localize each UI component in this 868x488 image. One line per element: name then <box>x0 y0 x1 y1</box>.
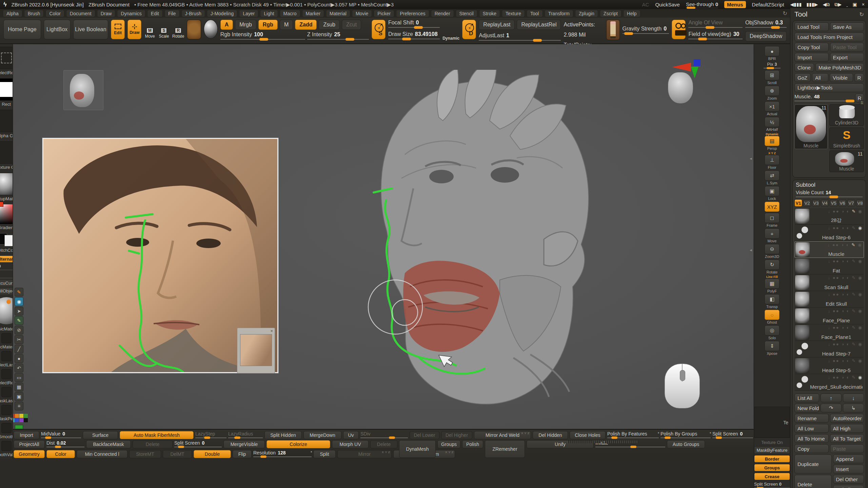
live-boolean-button[interactable]: Live Boolean <box>73 20 108 39</box>
main-color-swatch[interactable] <box>4 235 13 246</box>
paint-mode-rgb[interactable]: Rgb <box>258 20 278 30</box>
draw-mode-button[interactable]: -¦- Draw <box>127 20 141 39</box>
see-through-slider[interactable]: See-through 0 <box>686 1 718 8</box>
list-all-button[interactable]: List All <box>794 393 819 402</box>
polish-by-features-slider[interactable]: Polish By Features <box>607 431 659 439</box>
menu-document[interactable]: Document <box>66 10 95 17</box>
replay-last-button[interactable]: ReplayLast <box>479 20 515 30</box>
floating-reference-panel[interactable]: × <box>237 328 275 373</box>
adjust-last-slider[interactable]: AdjustLast1 <box>479 33 561 41</box>
subtool-panel-title[interactable]: Subtool <box>794 182 864 190</box>
copy-tool-button[interactable]: Copy Tool <box>794 43 829 52</box>
select-cursor-icon[interactable]: ➤ <box>15 307 23 316</box>
alternate-button[interactable]: Alternate <box>0 256 13 262</box>
active-tool-thumbnail[interactable]: 11 Muscle <box>794 104 828 149</box>
saturation-square[interactable] <box>0 204 13 224</box>
menu-brush[interactable]: Brush <box>24 10 44 17</box>
load-tool-button[interactable]: Load Tool <box>794 22 829 31</box>
obj-shadow-slider[interactable]: ObjShadow0.3 <box>745 20 787 28</box>
menu-layer[interactable]: Layer <box>239 10 258 17</box>
palette-swatch[interactable] <box>19 414 23 418</box>
frame-button[interactable]: ◻Frame <box>763 213 781 227</box>
menu-preferences[interactable]: Preferences <box>396 10 429 17</box>
floor-button[interactable]: X Y Z⊥Floor <box>763 151 781 169</box>
del-other-button[interactable]: Del Other <box>833 475 864 484</box>
green-color-swatch[interactable] <box>15 425 23 429</box>
tray-item-rect[interactable]: Rect <box>0 78 13 107</box>
startupmaterial-thumbnail[interactable] <box>0 173 13 195</box>
gravity-strength-slider[interactable]: Gravity Strength0 <box>623 26 669 35</box>
visible-count-slider[interactable]: Visible Count14 <box>796 190 863 198</box>
palette-swatch[interactable] <box>19 418 23 422</box>
subtool-row-28[interactable]: ↓ ●● ◑ ◐ ✎ ◉28강 <box>794 208 864 225</box>
gravity-direction-widget[interactable] <box>606 20 620 40</box>
paint-mode-zadd[interactable]: Zadd <box>295 20 317 30</box>
menus-button[interactable]: Menus <box>724 1 746 8</box>
export-button[interactable]: Export <box>830 53 864 62</box>
split-hidden-button[interactable]: Split Hidden <box>264 431 302 439</box>
current-color-swatch[interactable] <box>0 202 3 207</box>
subtool-row-head-step-7[interactable]: ↓ ●● ◑ ◐ ✎ ◉Head Step-7 <box>794 341 864 358</box>
transp-button[interactable]: ◧Transp <box>763 294 781 309</box>
move-down-button[interactable]: ↓ <box>843 393 864 402</box>
color-pen-icon[interactable]: ✎ <box>15 288 23 297</box>
actual-button[interactable]: ×1Actual <box>763 101 781 116</box>
angle-of-view-slider[interactable]: Angle Of View <box>688 20 743 28</box>
move-out-button[interactable]: ↷ <box>821 404 842 412</box>
version-tab-v6[interactable]: V6 <box>839 199 846 207</box>
paint-mode-zsub[interactable]: Zsub <box>319 20 340 30</box>
z-intensity-slider[interactable]: Z Intensity25 <box>307 32 369 40</box>
focal-shift-slider[interactable]: Focal Shift0 <box>388 20 440 28</box>
palette-swatch[interactable] <box>13 418 15 422</box>
polish-button[interactable]: Polish <box>462 440 483 448</box>
del-all-button[interactable]: Del All <box>833 485 864 488</box>
brush-preview-sphere[interactable] <box>0 297 13 324</box>
color-picker[interactable] <box>0 204 13 224</box>
knife-icon[interactable]: ✂ <box>15 335 23 344</box>
menu-stencil[interactable]: Stencil <box>456 10 477 17</box>
dynamic-draw-size-button[interactable]: +➚D <box>462 20 476 39</box>
menu-j-modeling[interactable]: J-Modeling <box>207 10 237 17</box>
mergedown-button[interactable]: MergeDown <box>303 431 341 439</box>
close-holes-button[interactable]: Close Holes <box>570 431 606 439</box>
tray-item-maskpen[interactable]: MaskPen <box>0 405 13 421</box>
subtool-row-face-plane1[interactable]: ↓ ●● ◑ ◐ ✎ ◉Face_Plane1 <box>794 324 864 341</box>
solo-button[interactable]: ◎Solo <box>763 325 781 340</box>
image-icon[interactable]: ▣ <box>15 392 23 401</box>
menu-zscript[interactable]: Zscript <box>600 10 622 17</box>
auto-groups-button[interactable]: Auto Groups <box>667 440 705 448</box>
menu-dynamics[interactable]: Dynamics <box>117 10 145 17</box>
version-tab-v8[interactable]: V8 <box>856 199 864 207</box>
lightbox-button[interactable]: LightBox <box>44 20 71 39</box>
double-button[interactable]: Double <box>194 450 231 458</box>
draw-size-slider[interactable]: Draw Size83.49108 <box>388 31 440 40</box>
midvalue-slider[interactable]: MidValue0 <box>41 431 81 439</box>
menu-zplugin[interactable]: Zplugin <box>575 10 598 17</box>
subtool-row-head-step-5[interactable]: ↓ ●● ◑ ◐ ✎ ◉Head Step-5 <box>794 358 864 374</box>
persp-button[interactable]: Dynamic▤Persp <box>763 133 781 150</box>
paint-brush-icon[interactable]: ✎ <box>15 316 23 325</box>
shelf-resize-handle[interactable]: ▲▼ <box>567 441 638 443</box>
subtool-row-edit-skull[interactable]: ↓ ●● ◑ ◐ ✎ ◉Edit Skull <box>794 291 864 308</box>
all-high-button[interactable]: All High <box>830 424 864 433</box>
material-sphere-thumbnail[interactable] <box>204 20 218 39</box>
tray-item-basicmaterialb[interactable]: BasicMaterialB <box>0 333 13 349</box>
mask-by-feature-button[interactable]: MaskByFeature <box>754 446 790 454</box>
menu-material[interactable]: Material <box>326 10 350 17</box>
delete-button[interactable]: Delete <box>794 475 832 488</box>
menu-movie[interactable]: Movie <box>352 10 372 17</box>
palette-refresh-icon[interactable]: ↻ <box>860 11 864 18</box>
menu-edit[interactable]: Edit <box>147 10 163 17</box>
symmetry-s-button[interactable]: +➚S <box>372 20 386 39</box>
menu-macro[interactable]: Macro <box>280 10 300 17</box>
subtool-row-muscle[interactable]: ↓ ●● ◑ ◐ ✎ ◉Muscle <box>794 241 864 258</box>
all-low-button[interactable]: All Low <box>794 424 829 433</box>
color-button[interactable]: Color <box>46 450 75 458</box>
insert-button[interactable]: Insert <box>833 465 864 473</box>
collapse-arrow-icon[interactable]: ◂ <box>750 247 752 252</box>
import-button[interactable]: Import <box>794 53 829 62</box>
menu-alpha[interactable]: Alpha <box>3 10 22 17</box>
minimize-icon[interactable]: ˍ <box>846 2 848 7</box>
menu-tool[interactable]: Tool <box>527 10 543 17</box>
rf-slider[interactable]: Rf 0 <box>0 272 13 279</box>
